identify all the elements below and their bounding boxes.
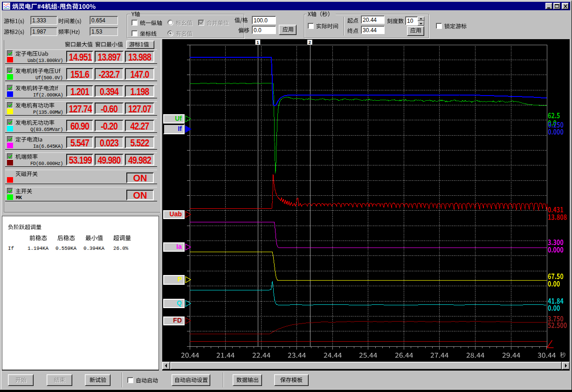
svg-text:2: 2: [309, 40, 311, 45]
svg-text:1: 1: [256, 40, 259, 45]
